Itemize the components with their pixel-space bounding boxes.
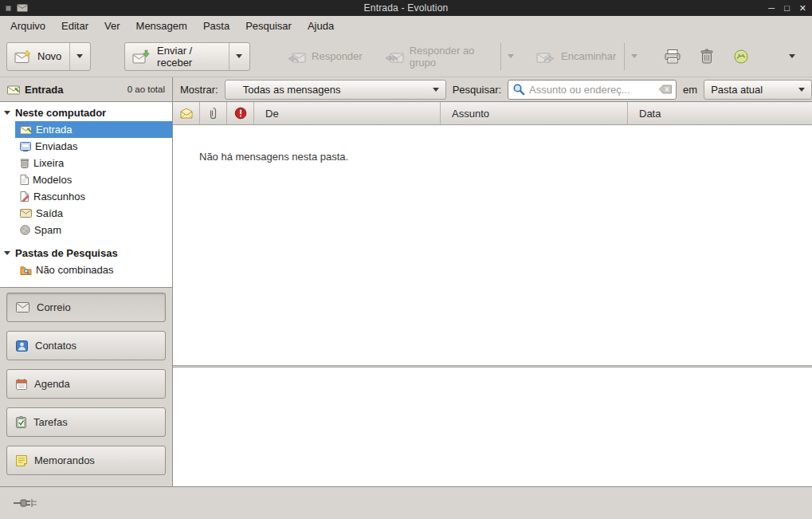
toolbar: Novo Enviar / receber Responder Responde… bbox=[0, 36, 812, 77]
send-receive-dropdown[interactable] bbox=[229, 43, 242, 70]
reply-button[interactable]: Responder bbox=[279, 42, 371, 71]
view-switcher: Correio Contatos Agenda Tarefas Memorand bbox=[0, 288, 172, 486]
sidebar-item-label: Entrada bbox=[36, 124, 73, 136]
reply-group-label: Responder ao grupo bbox=[410, 45, 492, 69]
chevron-down-icon bbox=[798, 88, 805, 92]
chevron-down-icon bbox=[433, 88, 439, 92]
switcher-label: Correio bbox=[37, 301, 71, 313]
switcher-label: Memorandos bbox=[34, 454, 95, 466]
column-status[interactable] bbox=[173, 102, 200, 124]
maximize-button[interactable]: □ bbox=[784, 3, 790, 14]
sidebar: Neste computador Entrada Enviadas bbox=[0, 102, 173, 486]
send-receive-label: Enviar / receber bbox=[157, 45, 221, 69]
search-folder-icon bbox=[20, 265, 32, 275]
junk-button[interactable] bbox=[727, 42, 755, 71]
reply-group-dropdown[interactable] bbox=[500, 43, 514, 70]
tree-group-neste-computador[interactable]: Neste computador bbox=[0, 104, 172, 121]
switcher-tarefas[interactable]: Tarefas bbox=[6, 407, 166, 437]
sidebar-item-enviadas[interactable]: Enviadas bbox=[0, 138, 172, 155]
switcher-label: Contatos bbox=[35, 340, 76, 352]
menu-ajuda[interactable]: Ajuda bbox=[300, 18, 342, 34]
current-folder-label: Entrada bbox=[25, 84, 63, 96]
forward-button[interactable]: Encaminhar bbox=[528, 42, 645, 71]
evolution-window: Entrada - Evolution ─ □ ✕ Arquivo Editar… bbox=[0, 0, 812, 519]
trash-icon bbox=[700, 49, 714, 65]
trash-button[interactable] bbox=[692, 42, 720, 71]
menu-editar[interactable]: Editar bbox=[53, 18, 96, 34]
sent-icon bbox=[20, 142, 31, 151]
inbox-icon bbox=[7, 85, 20, 95]
sidebar-item-label: Saída bbox=[36, 207, 63, 219]
menu-pesquisar[interactable]: Pesquisar bbox=[237, 18, 300, 34]
online-status-button[interactable] bbox=[10, 494, 41, 512]
minimize-button[interactable]: ─ bbox=[768, 3, 775, 14]
column-de[interactable]: De bbox=[254, 102, 441, 124]
column-attachment[interactable] bbox=[200, 102, 227, 124]
print-button[interactable] bbox=[658, 42, 686, 71]
titlebar-left bbox=[6, 4, 93, 12]
switcher-correio[interactable]: Correio bbox=[6, 293, 166, 322]
column-assunto[interactable]: Assunto bbox=[441, 102, 628, 124]
window-body: Neste computador Entrada Enviadas bbox=[0, 102, 812, 486]
tree-group-label: Pastas de Pesquisas bbox=[15, 247, 118, 259]
column-priority[interactable] bbox=[227, 102, 254, 124]
search-scope-dropdown[interactable]: Pasta atual bbox=[704, 80, 812, 100]
folder-header: Entrada 0 ao total bbox=[0, 77, 173, 101]
message-count: 0 ao total bbox=[127, 85, 165, 94]
menu-pasta[interactable]: Pasta bbox=[195, 18, 237, 34]
chevron-down-icon bbox=[631, 54, 637, 58]
sidebar-item-modelos[interactable]: Modelos bbox=[0, 171, 172, 188]
menu-arquivo[interactable]: Arquivo bbox=[2, 18, 53, 34]
search-icon[interactable] bbox=[512, 83, 525, 96]
mail-status-icon bbox=[180, 108, 193, 119]
sidebar-item-rascunhos[interactable]: Rascunhos bbox=[0, 188, 172, 205]
close-button[interactable]: ✕ bbox=[799, 3, 806, 14]
toolbar-overflow-button[interactable] bbox=[778, 42, 806, 71]
message-list[interactable]: Não há mensagens nesta pasta. bbox=[173, 125, 812, 365]
search-input[interactable] bbox=[529, 84, 655, 96]
memo-icon bbox=[16, 455, 27, 466]
printer-icon bbox=[664, 49, 681, 65]
message-list-header: De Assunto Data bbox=[173, 102, 812, 125]
window-menu-icon[interactable] bbox=[6, 6, 11, 11]
inbox-icon bbox=[20, 125, 32, 135]
new-mail-icon bbox=[14, 49, 32, 64]
preview-pane bbox=[173, 368, 812, 486]
document-icon bbox=[20, 175, 29, 185]
menubar: Arquivo Editar Ver Mensagem Pasta Pesqui… bbox=[0, 16, 812, 36]
menu-ver[interactable]: Ver bbox=[96, 18, 128, 34]
chevron-down-icon bbox=[76, 54, 83, 58]
show-filter-dropdown[interactable]: Todas as mensagens bbox=[225, 80, 446, 100]
switcher-memorandos[interactable]: Memorandos bbox=[6, 446, 166, 475]
window-controls: ─ □ ✕ bbox=[719, 3, 806, 14]
switcher-contatos[interactable]: Contatos bbox=[6, 331, 166, 360]
reply-group-button[interactable]: Responder ao grupo bbox=[377, 42, 522, 71]
clear-search-icon[interactable] bbox=[659, 85, 672, 94]
empty-folder-message: Não há mensagens nesta pasta. bbox=[199, 151, 812, 163]
new-button[interactable]: Novo bbox=[6, 42, 91, 71]
switcher-agenda[interactable]: Agenda bbox=[6, 369, 166, 399]
send-receive-button[interactable]: Enviar / receber bbox=[124, 42, 250, 71]
drafts-icon bbox=[20, 191, 29, 202]
column-data[interactable]: Data bbox=[628, 102, 812, 124]
search-scope-value: Pasta atual bbox=[711, 84, 763, 96]
column-label: Assunto bbox=[452, 108, 489, 120]
chevron-down-icon bbox=[236, 54, 242, 58]
sidebar-item-spam[interactable]: Spam bbox=[0, 222, 172, 238]
new-dropdown[interactable] bbox=[69, 43, 83, 70]
sidebar-item-lixeira[interactable]: Lixeira bbox=[0, 155, 172, 171]
forward-dropdown[interactable] bbox=[624, 43, 637, 70]
sidebar-item-saida[interactable]: Saída bbox=[0, 205, 172, 222]
sidebar-item-label: Rascunhos bbox=[33, 191, 85, 202]
sidebar-item-entrada[interactable]: Entrada bbox=[0, 121, 172, 138]
forward-icon bbox=[536, 49, 555, 64]
sidebar-item-nao-combinadas[interactable]: Não combinadas bbox=[0, 261, 172, 278]
expander-icon[interactable] bbox=[4, 111, 10, 115]
titlebar: Entrada - Evolution ─ □ ✕ bbox=[0, 0, 812, 16]
tree-group-pastas-de-pesquisas[interactable]: Pastas de Pesquisas bbox=[0, 245, 172, 261]
send-receive-icon bbox=[132, 49, 151, 64]
show-filter-value: Todas as mensagens bbox=[243, 84, 341, 96]
menu-mensagem[interactable]: Mensagem bbox=[128, 18, 195, 34]
sidebar-item-label: Spam bbox=[34, 224, 61, 236]
expander-icon[interactable] bbox=[4, 251, 10, 255]
